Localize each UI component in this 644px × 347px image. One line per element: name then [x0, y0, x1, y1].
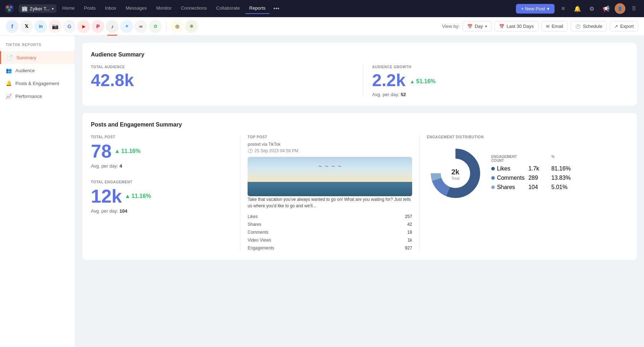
- comments-dot: [491, 176, 495, 180]
- nav-monitor[interactable]: Monitor: [152, 3, 176, 14]
- posted-via: posted via TikTok: [248, 142, 412, 147]
- total-engagement-value: 12k ▲ 11.16%: [91, 187, 233, 205]
- legend-header-pct: %: [551, 155, 573, 163]
- settings-icon[interactable]: ⚙: [586, 3, 597, 14]
- new-post-dropdown-icon: ▾: [547, 6, 550, 11]
- logo-icon: [4, 4, 14, 14]
- sidebar-section-title: TIKTOK REPORTS: [0, 43, 75, 51]
- likes-label: Likes: [248, 214, 258, 219]
- nav-messages[interactable]: Messages: [121, 3, 151, 14]
- platform-instagram[interactable]: 📷: [49, 20, 62, 33]
- post-growth-arrow: ▲: [114, 148, 120, 154]
- megaphone-icon[interactable]: 📢: [600, 3, 612, 14]
- platform-buffer[interactable]: ✦: [120, 20, 133, 33]
- donut-chart: 2k Total: [427, 145, 484, 203]
- notification-icon[interactable]: 🔔: [572, 3, 583, 14]
- sidebar: TIKTOK REPORTS 📄 Summary 👥 Audience 🔔 Po…: [0, 36, 75, 347]
- clock-icon: 🕐: [248, 148, 253, 153]
- day-selector[interactable]: 📅 Day ▾: [463, 21, 492, 31]
- user-avatar[interactable]: 👤: [615, 3, 625, 14]
- post-growth: ▲ 11.16%: [114, 148, 141, 154]
- bird-icon-2: 〜: [325, 164, 328, 169]
- top-post-image[interactable]: 〜 〜 〜 〜: [248, 157, 412, 196]
- platform-pinterest[interactable]: P: [92, 20, 104, 33]
- video-views-label: Video Views: [248, 238, 271, 243]
- donut-center: 2k Total: [451, 168, 459, 180]
- post-growth-pct: 11.16%: [121, 148, 141, 154]
- schedule-button[interactable]: 🕐 Schedule: [571, 21, 607, 31]
- platform-extra3[interactable]: ❋: [185, 20, 198, 33]
- platform-google[interactable]: G: [63, 20, 76, 33]
- new-post-button[interactable]: + New Post ▾: [516, 4, 555, 14]
- nav-connections[interactable]: Connections: [177, 3, 211, 14]
- post-stats: Likes 257 Shares 42 Comments 18 Video: [248, 213, 412, 251]
- platform-extra2[interactable]: ◎: [171, 20, 184, 33]
- donut-label: Total: [451, 176, 459, 180]
- sidebar-label-performance: Performance: [15, 94, 42, 99]
- bird-icon-4: 〜: [338, 164, 341, 169]
- platform-twitter[interactable]: 𝕏: [20, 20, 33, 33]
- platform-tiktok[interactable]: ♪: [106, 20, 119, 33]
- stat-likes: Likes 257: [248, 213, 412, 220]
- platform-extra1[interactable]: ✿: [149, 20, 162, 33]
- email-button[interactable]: ✉ Email: [541, 21, 568, 31]
- avg-per-day-eng: Avg. per day: 104: [91, 208, 233, 214]
- nav-items: Home Posts Inbox Messages Monitor Connec…: [58, 3, 514, 14]
- bird-icon-3: 〜: [331, 164, 335, 169]
- view-controls: View by: 📅 Day ▾ 📅 Last 30 Days ✉ Email …: [442, 21, 638, 31]
- legend-likes-name: Likes: [491, 165, 527, 172]
- audience-summary-card: Audience Summary TOTAL AUDIENCE 42.8k AU…: [82, 43, 637, 106]
- nav-posts[interactable]: Posts: [80, 3, 100, 14]
- engagement-growth-pct: 11.16%: [132, 193, 151, 199]
- layout-icon[interactable]: ≡: [557, 3, 569, 14]
- brand-selector[interactable]: 🏢 Zylker T... ▾: [19, 4, 57, 13]
- main-content: Audience Summary TOTAL AUDIENCE 42.8k AU…: [75, 36, 644, 347]
- avg-label: Avg. per day:: [372, 92, 399, 97]
- platform-youtube[interactable]: ▶: [77, 20, 90, 33]
- shares-pct: 5.01%: [551, 184, 573, 190]
- platform-linkedin[interactable]: in: [34, 20, 47, 33]
- total-engagement-label: TOTAL ENGAGEMENT: [91, 180, 233, 184]
- post-metrics-col: TOTAL POST 78 ▲ 11.16% Avg. per day: 4 T…: [91, 135, 240, 251]
- total-audience-value: 42.8k: [91, 72, 356, 89]
- stat-video-views: Video Views 1k: [248, 237, 412, 243]
- legend-comments-name: Comments: [491, 175, 527, 181]
- app-logo: [4, 4, 14, 14]
- schedule-label: Schedule: [583, 24, 602, 29]
- performance-icon: 📈: [6, 93, 12, 99]
- platform-facebook[interactable]: f: [6, 20, 19, 33]
- avg-per-day: Avg. per day: 52: [372, 92, 628, 97]
- comments-label: Comments: [248, 230, 268, 235]
- summary-icon: 📄: [7, 55, 13, 60]
- sidebar-item-audience[interactable]: 👥 Audience: [0, 64, 75, 77]
- audience-growth-label: AUDIENCE GROWTH: [372, 65, 628, 69]
- total-post-label: TOTAL POST: [91, 135, 233, 139]
- nav-inbox[interactable]: Inbox: [101, 3, 121, 14]
- total-audience-section: TOTAL AUDIENCE 42.8k: [91, 65, 356, 97]
- posted-date: 🕐 25 Sep 2023 04:58 PM: [248, 148, 412, 153]
- engagement-growth-arrow: ▲: [125, 193, 131, 199]
- sidebar-item-posts-engagement[interactable]: 🔔 Posts & Engagement: [0, 77, 75, 90]
- sidebar-item-summary[interactable]: 📄 Summary: [0, 51, 75, 64]
- apps-icon[interactable]: ⠿: [628, 3, 640, 14]
- nav-home[interactable]: Home: [58, 3, 79, 14]
- nav-more[interactable]: •••: [270, 3, 282, 14]
- new-post-label: + New Post: [521, 6, 545, 11]
- nav-right: + New Post ▾ ≡ 🔔 ⚙ 📢 👤 ⠿: [516, 3, 640, 14]
- nav-reports[interactable]: Reports: [245, 3, 270, 14]
- brand-chevron: ▾: [52, 7, 54, 11]
- sidebar-label-posts-engagement: Posts & Engagement: [15, 81, 59, 86]
- comments-count: 289: [528, 175, 550, 181]
- posts-grid: TOTAL POST 78 ▲ 11.16% Avg. per day: 4 T…: [91, 135, 628, 251]
- export-button[interactable]: ↗ Export: [610, 21, 638, 31]
- sidebar-item-performance[interactable]: 📈 Performance: [0, 90, 75, 103]
- bird-icon: 〜: [318, 164, 322, 169]
- total-post-value: 78 ▲ 11.16%: [91, 142, 233, 160]
- sidebar-label-audience: Audience: [15, 68, 35, 73]
- date-range-selector[interactable]: 📅 Last 30 Days: [494, 21, 538, 31]
- engagements-label: Engagements: [248, 246, 274, 251]
- nav-collaborate[interactable]: Collaborate: [212, 3, 244, 14]
- platform-mastodon[interactable]: ∞: [135, 20, 147, 33]
- likes-pct: 81.16%: [551, 165, 573, 172]
- platform-divider: [166, 21, 166, 31]
